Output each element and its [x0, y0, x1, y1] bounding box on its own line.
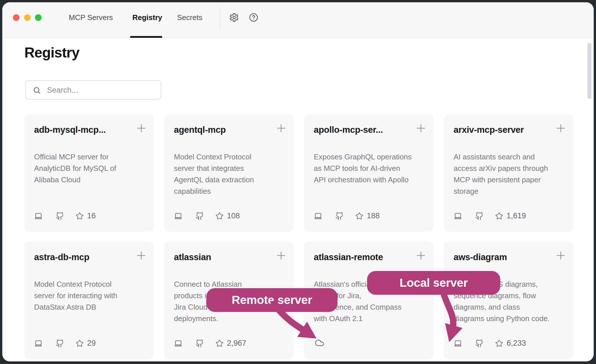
- server-description: Model Context Protocol server that integ…: [174, 151, 286, 197]
- server-card-aws-diagram[interactable]: aws-diagram Generate AWS diagrams, seque…: [444, 242, 573, 359]
- server-description: Model Context Protocol server for intera…: [34, 278, 146, 313]
- titlebar: MCP Servers Registry Secrets: [2, 2, 594, 38]
- search-box: [25, 80, 161, 100]
- cloud-icon: [313, 338, 326, 348]
- server-card-footer: 188: [314, 211, 380, 220]
- add-server-button[interactable]: [275, 249, 287, 262]
- plus-icon: [135, 249, 148, 262]
- server-card-atlassian[interactable]: atlassian Connect to Atlassian products …: [164, 242, 294, 359]
- star-count: 29: [87, 339, 96, 348]
- server-name: adb-mysql-mcp...: [34, 125, 131, 135]
- star-count: 2,967: [227, 339, 246, 348]
- star-icon: [76, 212, 84, 220]
- github-icon: [56, 212, 64, 220]
- server-name: astra-db-mcp: [34, 252, 131, 262]
- plus-icon: [275, 122, 287, 134]
- server-name: arxiv-mcp-server: [454, 125, 550, 135]
- server-card-grid: adb-mysql-mcp... Official MCP server for…: [24, 114, 573, 359]
- gear-icon: [229, 13, 239, 22]
- github-icon: [195, 212, 204, 220]
- laptop-icon: [454, 339, 462, 348]
- server-description: Atlassian's official MCP server for Jira…: [314, 278, 426, 324]
- plus-icon: [554, 249, 567, 262]
- server-name: aws-diagram: [454, 252, 550, 262]
- star-count: 16: [87, 211, 96, 220]
- server-card-apollo-mcp-server[interactable]: apollo-mcp-ser... Exposes GraphQL operat…: [304, 114, 434, 232]
- server-description: Generate AWS diagrams, sequence diagrams…: [454, 278, 566, 324]
- add-server-button[interactable]: [415, 122, 427, 134]
- add-server-button[interactable]: [135, 122, 148, 134]
- star-count: 1,619: [507, 211, 526, 220]
- server-card-footer: 29: [34, 339, 96, 348]
- star-count: 108: [227, 211, 240, 220]
- server-card-footer: 1,619: [454, 211, 526, 220]
- app-window: MCP Servers Registry Secrets Registry ad…: [2, 2, 594, 361]
- github-icon: [335, 212, 344, 220]
- zoom-window-button[interactable]: [35, 14, 42, 21]
- laptop-icon: [174, 339, 183, 348]
- server-card-arxiv-mcp-server[interactable]: arxiv-mcp-server AI assistants search an…: [444, 114, 573, 232]
- star-icon: [495, 212, 503, 220]
- laptop-icon: [34, 212, 43, 220]
- github-icon: [195, 339, 204, 348]
- star-icon: [495, 339, 503, 347]
- search-input[interactable]: [46, 81, 156, 100]
- help-icon: [249, 13, 258, 22]
- add-server-button[interactable]: [554, 249, 567, 262]
- server-card-adb-mysql-mcp[interactable]: adb-mysql-mcp... Official MCP server for…: [24, 114, 154, 232]
- server-name: atlassian: [174, 252, 271, 262]
- server-description: Official MCP server for AnalyticDB for M…: [34, 151, 146, 185]
- laptop-icon: [314, 212, 322, 220]
- server-description: Exposes GraphQL operations as MCP tools …: [314, 151, 426, 185]
- github-icon: [56, 339, 64, 348]
- minimize-window-button[interactable]: [24, 14, 31, 21]
- github-icon: [475, 212, 484, 220]
- add-server-button[interactable]: [415, 249, 427, 262]
- server-card-footer: 16: [34, 211, 96, 220]
- laptop-icon: [174, 212, 183, 220]
- server-card-footer: 6,233: [454, 339, 526, 348]
- star-icon: [215, 339, 223, 347]
- star-icon: [355, 212, 363, 220]
- server-description: AI assistants search and access arXiv pa…: [454, 151, 566, 197]
- server-name: apollo-mcp-ser...: [314, 125, 411, 135]
- tab-mcp-servers[interactable]: MCP Servers: [69, 13, 113, 22]
- github-icon: [475, 339, 484, 348]
- page-title: Registry: [24, 44, 79, 61]
- server-name: atlassian-remote: [314, 252, 411, 262]
- star-count: 6,233: [507, 339, 526, 348]
- server-card-atlassian-remote[interactable]: atlassian-remote Atlassian's official MC…: [304, 242, 434, 359]
- search-icon: [33, 86, 41, 94]
- server-card-astra-db-mcp[interactable]: astra-db-mcp Model Context Protocol serv…: [24, 242, 154, 359]
- add-server-button[interactable]: [135, 249, 148, 262]
- plus-icon: [554, 122, 567, 134]
- star-icon: [76, 339, 84, 347]
- help-button[interactable]: [249, 13, 258, 22]
- tab-registry[interactable]: Registry: [132, 13, 162, 22]
- laptop-icon: [34, 339, 43, 348]
- settings-button[interactable]: [229, 13, 239, 22]
- active-tab-underline: [130, 36, 162, 38]
- tab-secrets[interactable]: Secrets: [177, 13, 202, 22]
- laptop-icon: [454, 212, 462, 220]
- star-icon: [215, 212, 223, 220]
- server-name: agentql-mcp: [174, 125, 271, 135]
- star-count: 188: [367, 211, 380, 220]
- server-description: Connect to Atlassian products including …: [174, 278, 286, 324]
- add-server-button[interactable]: [554, 122, 567, 134]
- plus-icon: [415, 122, 427, 134]
- plus-icon: [415, 249, 427, 262]
- vertical-scrollbar-thumb[interactable]: [587, 43, 591, 99]
- titlebar-divider: [219, 7, 220, 30]
- plus-icon: [275, 249, 287, 262]
- server-card-footer: 108: [174, 211, 240, 220]
- server-card-agentql-mcp[interactable]: agentql-mcp Model Context Protocol serve…: [164, 114, 294, 232]
- close-window-button[interactable]: [13, 14, 19, 21]
- plus-icon: [135, 122, 148, 134]
- server-card-footer: 2,967: [174, 339, 246, 348]
- server-card-footer: [314, 338, 326, 348]
- add-server-button[interactable]: [275, 122, 287, 134]
